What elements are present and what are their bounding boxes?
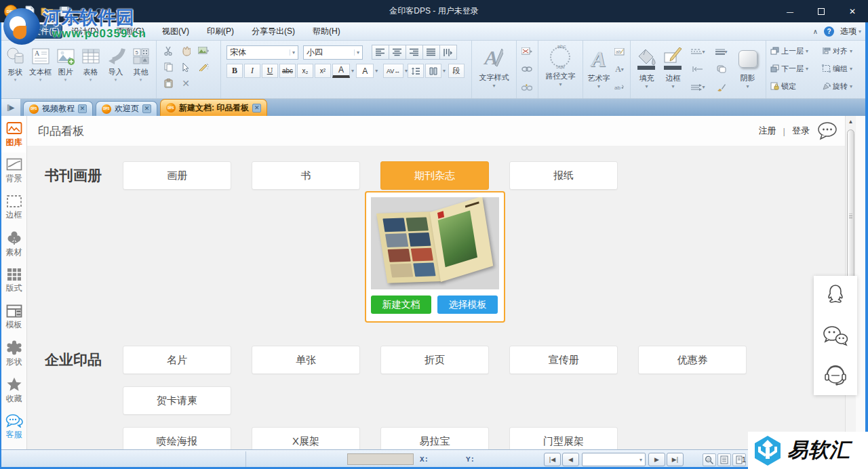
- brush-button[interactable]: [713, 81, 729, 94]
- category-button[interactable]: 门型展架: [509, 427, 618, 449]
- rotate-button[interactable]: 旋转: [822, 81, 867, 91]
- login-link[interactable]: 登录: [792, 125, 810, 137]
- last-page-button[interactable]: [667, 453, 684, 466]
- copy-button[interactable]: [161, 60, 176, 74]
- previous-page-button[interactable]: [562, 453, 579, 466]
- font-color-button[interactable]: A: [332, 64, 350, 78]
- category-button[interactable]: X展架: [252, 427, 360, 449]
- open-folder-icon[interactable]: [41, 5, 53, 18]
- caret-icon[interactable]: [351, 68, 354, 74]
- doc-tab-welcome[interactable]: DPS 欢迎页: [96, 101, 157, 116]
- sidebar-item-support[interactable]: 客服: [1, 409, 26, 445]
- help-icon[interactable]: ?: [824, 26, 834, 37]
- shadow-button[interactable]: 阴影: [732, 43, 763, 96]
- send-backward-button[interactable]: 下一层: [770, 64, 822, 74]
- sidebar-item-material[interactable]: 素材: [1, 226, 26, 262]
- tab-close-icon[interactable]: [252, 104, 261, 113]
- doc-tab-video-tutorial[interactable]: DPS 视频教程: [23, 101, 93, 116]
- category-button[interactable]: 优惠券: [638, 346, 747, 374]
- import-button[interactable]: 导入: [103, 43, 128, 96]
- sidebar-item-border[interactable]: 边框: [1, 189, 26, 226]
- menu-tab[interactable]: 视图(V): [153, 22, 198, 40]
- char-spacing-button[interactable]: AV↔: [383, 64, 403, 78]
- sidebar-item-template[interactable]: 模板: [1, 299, 26, 335]
- format-pen-button[interactable]: [196, 60, 212, 74]
- insert-shape-button[interactable]: 形状: [3, 43, 28, 96]
- underline-button[interactable]: U: [262, 64, 278, 78]
- undo-icon[interactable]: [76, 5, 88, 18]
- sidebar-item-gallery[interactable]: 图库: [1, 116, 26, 152]
- highlight-color-button[interactable]: A: [356, 64, 374, 78]
- minimize-button[interactable]: [774, 0, 806, 22]
- superscript-button[interactable]: x²: [315, 64, 331, 78]
- menu-tab[interactable]: 页面(G): [108, 22, 153, 40]
- next-page-button[interactable]: [648, 453, 665, 466]
- file-menu-button[interactable]: 文件(F): [30, 24, 62, 39]
- text-style-icon[interactable]: A: [484, 43, 503, 72]
- unlink-button[interactable]: [519, 81, 535, 94]
- line-arrows-button[interactable]: [690, 81, 706, 94]
- scroll-up-button[interactable]: [846, 116, 856, 127]
- align-left-button[interactable]: [372, 45, 389, 60]
- doc-tab-new-document[interactable]: DPS 新建文档: 印品看板: [160, 99, 267, 116]
- dash-style-button[interactable]: [690, 45, 706, 58]
- group-button[interactable]: 编组: [822, 64, 867, 74]
- sidebar-item-favorites[interactable]: 收藏: [1, 372, 26, 409]
- new-document-icon[interactable]: [23, 5, 35, 18]
- picture-fill-button[interactable]: [196, 44, 212, 58]
- link-button[interactable]: [519, 62, 535, 76]
- paste-button[interactable]: [161, 77, 176, 90]
- first-page-button[interactable]: [544, 453, 561, 466]
- wechat-icon[interactable]: [822, 325, 849, 348]
- cut-button[interactable]: [161, 44, 176, 58]
- columns-button[interactable]: [425, 64, 441, 78]
- strikethrough-button[interactable]: abc: [279, 64, 296, 78]
- menu-tab[interactable]: 设计(D): [62, 22, 108, 40]
- qq-icon[interactable]: [823, 283, 848, 310]
- category-button[interactable]: 报纸: [509, 161, 618, 190]
- border-button[interactable]: 边框: [660, 43, 686, 96]
- category-button[interactable]: 宣传册: [509, 346, 618, 374]
- menu-tab[interactable]: 分享导出(S): [243, 22, 304, 40]
- qat-customize-caret-icon[interactable]: [111, 5, 123, 18]
- align-center-button[interactable]: [389, 45, 406, 60]
- category-button[interactable]: 易拉宝: [380, 427, 489, 449]
- category-button[interactable]: 书: [252, 161, 360, 190]
- feedback-chat-icon[interactable]: [816, 121, 838, 140]
- tab-close-icon[interactable]: [78, 104, 87, 113]
- close-button[interactable]: [837, 0, 868, 22]
- category-button[interactable]: 单张: [252, 346, 360, 374]
- edit-text-button[interactable]: ab: [612, 45, 627, 58]
- select-cursor-button[interactable]: [178, 60, 194, 74]
- category-button[interactable]: 期刊杂志: [380, 161, 489, 190]
- category-button[interactable]: 喷绘海报: [123, 427, 231, 449]
- text-convert-button[interactable]: ab: [612, 81, 627, 94]
- italic-button[interactable]: I: [244, 64, 260, 78]
- category-button[interactable]: 画册: [123, 161, 231, 190]
- subscript-button[interactable]: x₂: [297, 64, 313, 78]
- pan-hand-button[interactable]: [178, 44, 194, 58]
- caret-icon[interactable]: [443, 68, 446, 74]
- headset-support-icon[interactable]: [823, 362, 848, 388]
- fill-button[interactable]: 填充: [633, 43, 660, 96]
- new-document-button[interactable]: 新建文档: [371, 295, 431, 314]
- category-button[interactable]: 贺卡请柬: [123, 386, 231, 415]
- category-button[interactable]: 折页: [380, 346, 489, 374]
- paragraph-button[interactable]: 段: [448, 64, 465, 78]
- register-link[interactable]: 注册: [759, 125, 776, 137]
- insert-image-button[interactable]: 图片: [53, 43, 78, 96]
- maximize-button[interactable]: [806, 0, 837, 22]
- align-objects-button[interactable]: 对齐: [822, 46, 867, 56]
- bring-forward-button[interactable]: 上一层: [770, 46, 822, 56]
- menu-tab[interactable]: 帮助(H): [304, 22, 349, 40]
- choose-template-button[interactable]: 选择模板: [437, 295, 498, 314]
- zoom-100-button[interactable]: 100: [703, 453, 716, 466]
- indent-left-button[interactable]: [690, 62, 706, 76]
- align-justify-button[interactable]: [422, 45, 440, 60]
- sidebar-item-shape[interactable]: 形状: [1, 335, 26, 372]
- lock-button[interactable]: 锁定: [770, 81, 822, 91]
- insert-table-button[interactable]: 表格: [78, 43, 103, 96]
- align-right-button[interactable]: [406, 45, 423, 60]
- menu-tab[interactable]: 印刷(P): [198, 22, 243, 40]
- insert-textbox-button[interactable]: A 文本框: [28, 43, 53, 96]
